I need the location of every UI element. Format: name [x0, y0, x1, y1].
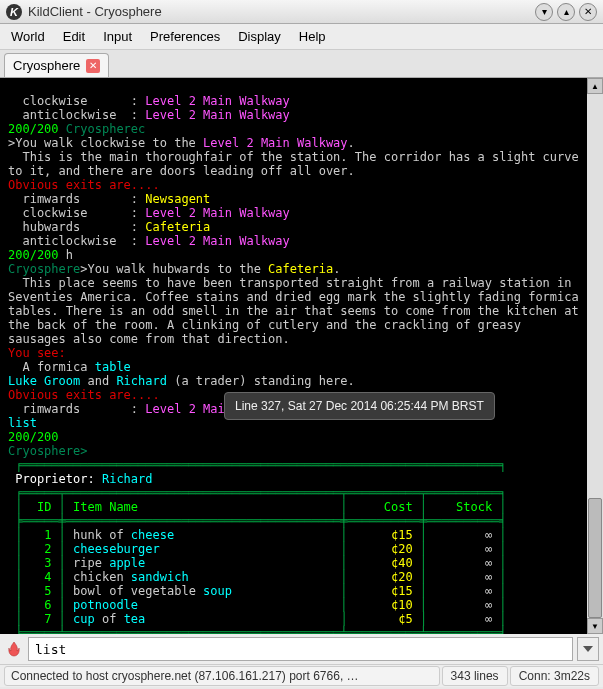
maximize-button[interactable]: ▴ — [557, 3, 575, 21]
titlebar: K KildClient - Cryosphere ▾ ▴ ✕ — [0, 0, 603, 24]
menubar: World Edit Input Preferences Display Hel… — [0, 24, 603, 50]
statusbar: Connected to host cryosphere.net (87.106… — [0, 664, 603, 687]
minimize-button[interactable]: ▾ — [535, 3, 553, 21]
tabbar: Cryosphere ✕ — [0, 50, 603, 78]
tab-close-icon[interactable]: ✕ — [86, 59, 100, 73]
scrollbar[interactable]: ▲ ▼ — [587, 78, 603, 634]
scroll-track[interactable] — [587, 94, 603, 618]
status-time: Conn: 3m22s — [510, 666, 599, 686]
scroll-down-button[interactable]: ▼ — [587, 618, 603, 634]
send-icon[interactable] — [4, 639, 24, 659]
menu-world[interactable]: World — [2, 26, 54, 47]
input-row — [0, 634, 603, 664]
scroll-thumb[interactable] — [588, 498, 602, 618]
tooltip: Line 327, Sat 27 Dec 2014 06:25:44 PM BR… — [224, 392, 495, 420]
close-button[interactable]: ✕ — [579, 3, 597, 21]
menu-help[interactable]: Help — [290, 26, 335, 47]
app-icon: K — [6, 4, 22, 20]
history-dropdown-button[interactable] — [577, 637, 599, 661]
status-connection: Connected to host cryosphere.net (87.106… — [4, 666, 440, 686]
menu-input[interactable]: Input — [94, 26, 141, 47]
status-lines: 343 lines — [442, 666, 508, 686]
menu-edit[interactable]: Edit — [54, 26, 94, 47]
tab-cryosphere[interactable]: Cryosphere ✕ — [4, 53, 109, 77]
scroll-up-button[interactable]: ▲ — [587, 78, 603, 94]
menu-preferences[interactable]: Preferences — [141, 26, 229, 47]
menu-display[interactable]: Display — [229, 26, 290, 47]
window-title: KildClient - Cryosphere — [28, 4, 531, 19]
terminal[interactable]: clockwise : Level 2 Main Walkway anticlo… — [0, 78, 587, 634]
command-input[interactable] — [28, 637, 573, 661]
tab-label: Cryosphere — [13, 58, 80, 73]
terminal-wrap: clockwise : Level 2 Main Walkway anticlo… — [0, 78, 603, 634]
